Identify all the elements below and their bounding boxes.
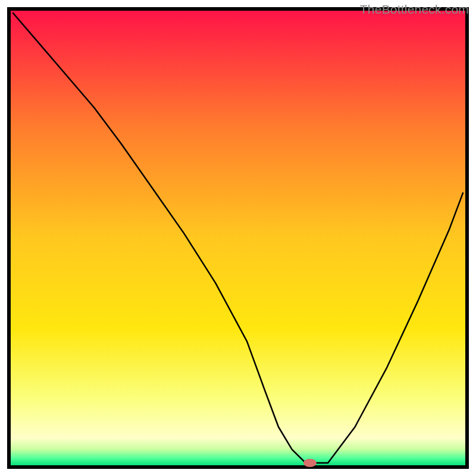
chart-container: TheBottleneck.com: [0, 0, 476, 476]
bottleneck-chart: [0, 0, 476, 476]
plot-area: [11, 11, 465, 465]
optimal-marker: [303, 459, 317, 467]
attribution-label: TheBottleneck.com: [360, 2, 469, 17]
